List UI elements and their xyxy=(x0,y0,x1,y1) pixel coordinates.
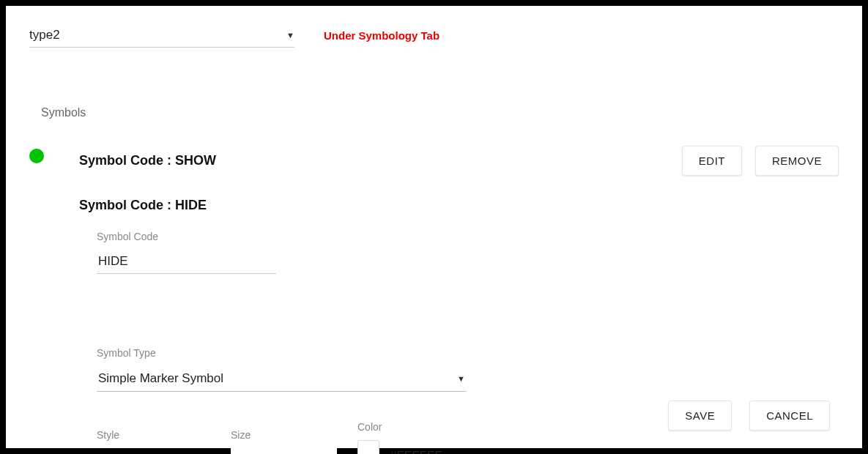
symbol-color-dot xyxy=(29,149,44,163)
size-input[interactable] xyxy=(231,448,337,454)
color-field-label: Color xyxy=(357,421,442,433)
symbols-section-label: Symbols xyxy=(41,106,839,119)
main-panel: type2 ▼ Under Symbology Tab Symbols Symb… xyxy=(6,6,862,448)
symbol-code-hide-title: Symbol Code : HIDE xyxy=(79,198,839,213)
edit-button[interactable]: EDIT xyxy=(682,146,742,176)
color-value: #FFFFFF xyxy=(390,449,442,454)
symbol-type-select[interactable]: Simple Marker Symbol ▼ xyxy=(97,366,467,392)
symbol-code-field-label: Symbol Code xyxy=(97,231,839,242)
type-select-value: type2 xyxy=(29,28,60,42)
chevron-down-icon: ▼ xyxy=(286,31,294,40)
symbol-type-field-label: Symbol Type xyxy=(97,347,839,359)
tab-note-label: Under Symbology Tab xyxy=(324,29,439,42)
type-select[interactable]: type2 ▼ xyxy=(29,23,294,48)
symbol-code-input[interactable] xyxy=(97,250,276,274)
remove-button[interactable]: REMOVE xyxy=(755,146,839,176)
symbol-type-value: Simple Marker Symbol xyxy=(98,371,223,386)
color-swatch[interactable] xyxy=(357,440,379,454)
save-button[interactable]: SAVE xyxy=(668,401,732,431)
style-field-label: Style xyxy=(97,429,210,441)
cancel-button[interactable]: CANCEL xyxy=(749,401,830,431)
chevron-down-icon: ▼ xyxy=(457,374,465,383)
style-select[interactable]: Circle ▼ xyxy=(97,448,210,454)
size-field-label: Size xyxy=(231,429,337,441)
symbol-code-show-title: Symbol Code : SHOW xyxy=(79,153,216,168)
